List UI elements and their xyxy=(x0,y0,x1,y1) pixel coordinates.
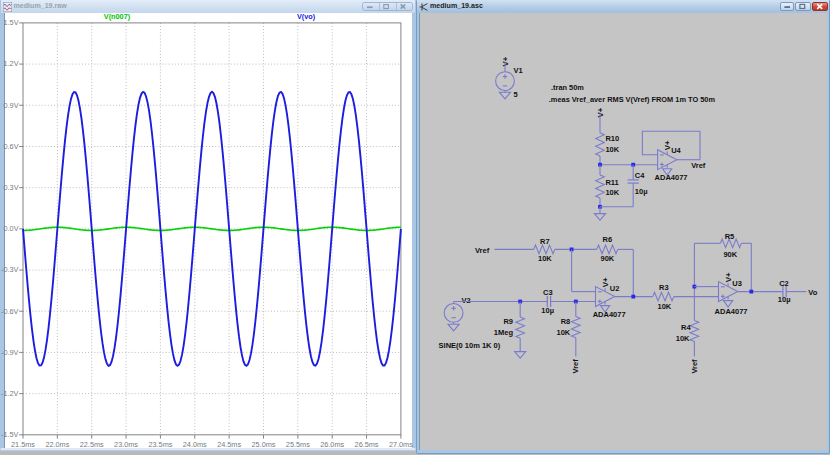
svg-text:C2: C2 xyxy=(779,279,789,288)
svg-text:10K: 10K xyxy=(605,188,619,197)
svg-text:-1.5V: -1.5V xyxy=(1,430,19,439)
svg-text:R10: R10 xyxy=(605,134,619,143)
svg-text:10µ: 10µ xyxy=(541,306,554,315)
svg-text:R3: R3 xyxy=(659,283,669,292)
svg-text:10K: 10K xyxy=(676,334,690,343)
svg-text:5: 5 xyxy=(514,90,518,99)
svg-text:1Meg: 1Meg xyxy=(494,328,514,337)
svg-text:25.0ms: 25.0ms xyxy=(252,440,276,449)
svg-text:C4: C4 xyxy=(635,171,645,180)
svg-text:26.5ms: 26.5ms xyxy=(355,440,379,449)
svg-text:R8: R8 xyxy=(561,317,571,326)
svg-text:10K: 10K xyxy=(538,254,552,263)
svg-text:0.9V: 0.9V xyxy=(3,101,18,110)
svg-text:V1: V1 xyxy=(514,66,523,75)
svg-text:24.5ms: 24.5ms xyxy=(217,440,241,449)
svg-text:23.5ms: 23.5ms xyxy=(148,440,172,449)
svg-text:27.0ms: 27.0ms xyxy=(389,440,413,449)
svg-text:ADA4077: ADA4077 xyxy=(593,310,626,319)
svg-text:10K: 10K xyxy=(557,328,571,337)
svg-text:U4: U4 xyxy=(671,146,681,155)
svg-text:R7: R7 xyxy=(540,237,550,246)
svg-text:V2: V2 xyxy=(462,296,471,305)
svg-text:25.5ms: 25.5ms xyxy=(286,440,310,449)
svg-text:Vref: Vref xyxy=(475,246,490,255)
svg-text:0.0V: 0.0V xyxy=(3,224,18,233)
svg-text:V(vo): V(vo) xyxy=(297,12,316,21)
svg-text:ADA4077: ADA4077 xyxy=(715,307,748,316)
svg-text:10µ: 10µ xyxy=(635,187,648,196)
svg-text:R9: R9 xyxy=(503,317,513,326)
svg-text:C3: C3 xyxy=(543,288,553,297)
svg-text:Vref: Vref xyxy=(691,161,706,170)
svg-text:R4: R4 xyxy=(681,323,691,332)
svg-text:26.0ms: 26.0ms xyxy=(320,440,344,449)
svg-text:21.5ms: 21.5ms xyxy=(11,440,35,449)
svg-text:1.5V: 1.5V xyxy=(3,18,18,27)
svg-text:22.0ms: 22.0ms xyxy=(45,440,69,449)
svg-text:1.2V: 1.2V xyxy=(3,59,18,68)
svg-text:R6: R6 xyxy=(603,235,613,244)
svg-text:22.5ms: 22.5ms xyxy=(80,440,104,449)
svg-text:U3: U3 xyxy=(732,279,742,288)
svg-text:10K: 10K xyxy=(605,145,619,154)
svg-text:Vo: Vo xyxy=(808,288,817,297)
svg-text:-0.9V: -0.9V xyxy=(1,348,19,357)
svg-text:-0.3V: -0.3V xyxy=(1,265,19,274)
svg-text:.meas Vref_aver RMS V(Vref) FR: .meas Vref_aver RMS V(Vref) FROM 1m TO 5… xyxy=(549,95,716,104)
svg-text:R11: R11 xyxy=(605,178,618,187)
svg-text:0.3V: 0.3V xyxy=(3,183,18,192)
svg-text:Vref: Vref xyxy=(571,359,580,374)
svg-text:ADA4077: ADA4077 xyxy=(655,173,688,182)
svg-text:24.0ms: 24.0ms xyxy=(183,440,207,449)
svg-text:U2: U2 xyxy=(610,284,620,293)
svg-text:23.0ms: 23.0ms xyxy=(114,440,138,449)
svg-text:10K: 10K xyxy=(658,302,672,311)
svg-text:0.6V: 0.6V xyxy=(3,142,18,151)
svg-text:.tran 50m: .tran 50m xyxy=(551,83,584,92)
svg-text:Vref: Vref xyxy=(690,359,699,374)
svg-text:10µ: 10µ xyxy=(778,295,791,304)
svg-text:90K: 90K xyxy=(601,254,615,263)
svg-text:90K: 90K xyxy=(723,250,737,259)
svg-text:V(n007): V(n007) xyxy=(104,12,131,21)
svg-text:-1.2V: -1.2V xyxy=(1,389,19,398)
svg-text:SINE(0 10m 1K 0): SINE(0 10m 1K 0) xyxy=(439,341,501,350)
svg-text:-0.6V: -0.6V xyxy=(1,307,19,316)
svg-text:R5: R5 xyxy=(725,232,735,241)
svg-text:V+: V+ xyxy=(601,277,610,287)
